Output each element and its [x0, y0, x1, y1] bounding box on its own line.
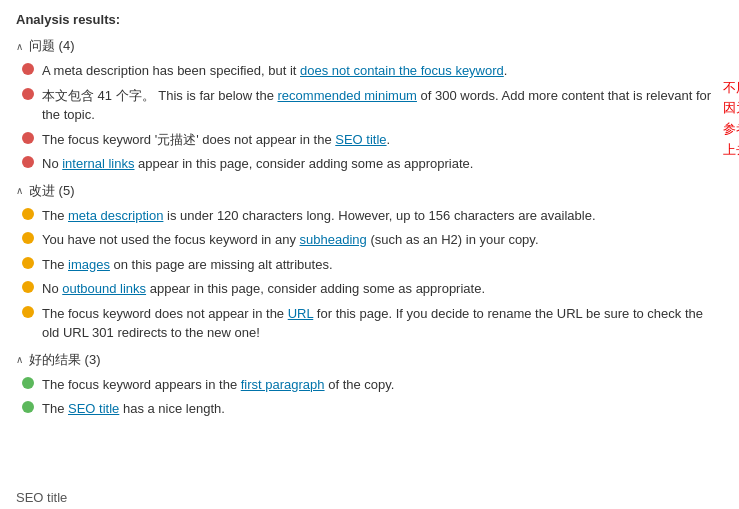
- section-improvements: ∧ 改进 (5) The meta description is under 1…: [16, 182, 723, 343]
- first-paragraph-link[interactable]: first paragraph: [241, 377, 325, 392]
- seo-title-label: SEO title: [16, 490, 67, 505]
- analysis-title: Analysis results:: [16, 12, 723, 27]
- url-link[interactable]: URL: [288, 306, 314, 321]
- list-item: The focus keyword appears in the first p…: [22, 375, 723, 395]
- red-dot-icon: [22, 132, 34, 144]
- red-dot-icon: [22, 63, 34, 75]
- item-text: A meta description has been specified, b…: [42, 61, 723, 81]
- internal-links-link[interactable]: internal links: [62, 156, 134, 171]
- chevron-good-icon: ∧: [16, 354, 23, 365]
- list-item: No outbound links appear in this page, c…: [22, 279, 723, 299]
- orange-dot-icon: [22, 306, 34, 318]
- list-item: The meta description is under 120 charac…: [22, 206, 723, 226]
- annotation-box: 不用过于关注是不是绿灯 因为Yoast只能给你一个 参考建议，并不代表能排 上去: [723, 78, 739, 161]
- section-problems: ∧ 问题 (4) A meta description has been spe…: [16, 37, 723, 174]
- list-item: You have not used the focus keyword in a…: [22, 230, 723, 250]
- red-dot-icon: [22, 156, 34, 168]
- chevron-problems-icon: ∧: [16, 41, 23, 52]
- item-text: The meta description is under 120 charac…: [42, 206, 723, 226]
- section-problems-header[interactable]: ∧ 问题 (4): [16, 37, 723, 55]
- item-text: The focus keyword does not appear in the…: [42, 304, 723, 343]
- orange-dot-icon: [22, 281, 34, 293]
- seo-title-bar: SEO title: [0, 486, 83, 509]
- meta-description-link[interactable]: meta description: [68, 208, 163, 223]
- list-item: The focus keyword '元描述' does not appear …: [22, 130, 723, 150]
- list-item: The SEO title has a nice length.: [22, 399, 723, 419]
- list-item: 本文包含 41 个字。 This is far below the recomm…: [22, 86, 723, 125]
- item-text: The focus keyword appears in the first p…: [42, 375, 723, 395]
- red-dot-icon: [22, 88, 34, 100]
- orange-dot-icon: [22, 208, 34, 220]
- green-dot-icon: [22, 377, 34, 389]
- subheading-link[interactable]: subheading: [300, 232, 367, 247]
- item-text: The focus keyword '元描述' does not appear …: [42, 130, 723, 150]
- section-improvements-header[interactable]: ∧ 改进 (5): [16, 182, 723, 200]
- orange-dot-icon: [22, 257, 34, 269]
- item-text: No outbound links appear in this page, c…: [42, 279, 723, 299]
- analysis-container: Analysis results: ∧ 问题 (4) A meta descri…: [16, 12, 723, 419]
- seo-title-good-link[interactable]: SEO title: [68, 401, 119, 416]
- chevron-improvements-icon: ∧: [16, 185, 23, 196]
- item-text: You have not used the focus keyword in a…: [42, 230, 723, 250]
- does-not-contain-link[interactable]: does not contain the focus keyword: [300, 63, 504, 78]
- item-text: The SEO title has a nice length.: [42, 399, 723, 419]
- section-good: ∧ 好的结果 (3) The focus keyword appears in …: [16, 351, 723, 419]
- good-list: The focus keyword appears in the first p…: [22, 375, 723, 419]
- recommended-minimum-link[interactable]: recommended minimum: [278, 88, 417, 103]
- item-text: No internal links appear in this page, c…: [42, 154, 723, 174]
- seo-title-link[interactable]: SEO title: [335, 132, 386, 147]
- list-item: A meta description has been specified, b…: [22, 61, 723, 81]
- section-good-header[interactable]: ∧ 好的结果 (3): [16, 351, 723, 369]
- list-item: The images on this page are missing alt …: [22, 255, 723, 275]
- item-text: The images on this page are missing alt …: [42, 255, 723, 275]
- section-problems-title: 问题 (4): [29, 37, 75, 55]
- list-item: The focus keyword does not appear in the…: [22, 304, 723, 343]
- images-link[interactable]: images: [68, 257, 110, 272]
- green-dot-icon: [22, 401, 34, 413]
- outbound-links-link[interactable]: outbound links: [62, 281, 146, 296]
- section-improvements-title: 改进 (5): [29, 182, 75, 200]
- item-text: 本文包含 41 个字。 This is far below the recomm…: [42, 86, 723, 125]
- list-item: No internal links appear in this page, c…: [22, 154, 723, 174]
- improvements-list: The meta description is under 120 charac…: [22, 206, 723, 343]
- orange-dot-icon: [22, 232, 34, 244]
- problems-list: A meta description has been specified, b…: [22, 61, 723, 174]
- section-good-title: 好的结果 (3): [29, 351, 101, 369]
